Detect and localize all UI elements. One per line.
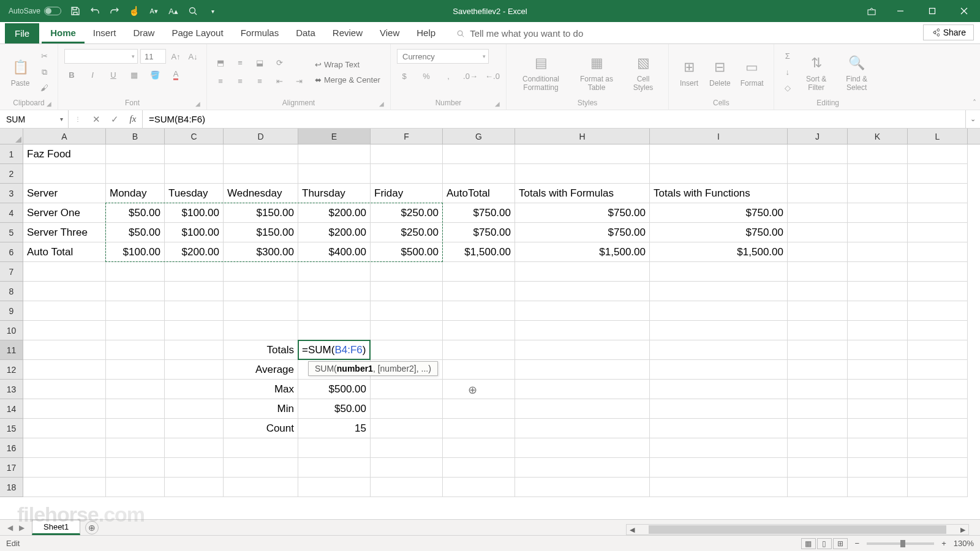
currency-icon[interactable]: $ [397, 70, 412, 82]
cell[interactable] [788, 242, 848, 262]
minimize-button[interactable] [884, 0, 916, 22]
page-break-view-icon[interactable]: ⊞ [833, 538, 848, 549]
tab-draw[interactable]: Draw [124, 23, 163, 43]
cell[interactable] [788, 438, 848, 458]
cell[interactable] [224, 144, 298, 164]
font-increase-icon[interactable]: A▴ [168, 6, 179, 17]
cell[interactable] [298, 301, 371, 321]
cell[interactable] [848, 282, 908, 301]
cell[interactable] [788, 301, 848, 321]
font-color-icon[interactable]: A [168, 69, 183, 81]
page-layout-view-icon[interactable]: ▯ [817, 538, 832, 549]
cell[interactable]: Average [224, 360, 298, 380]
align-center-icon[interactable]: ≡ [233, 75, 247, 88]
copy-icon[interactable]: ⧉ [37, 66, 51, 78]
cell[interactable] [23, 360, 106, 380]
cell[interactable] [106, 340, 165, 360]
cell[interactable] [224, 164, 298, 184]
dialog-launcher-icon[interactable]: ◢ [379, 100, 384, 107]
tab-formulas[interactable]: Formulas [232, 23, 288, 43]
cell[interactable] [908, 380, 968, 399]
cell[interactable] [371, 144, 443, 164]
cancel-button[interactable]: ✕ [87, 114, 105, 125]
cell[interactable] [650, 419, 788, 438]
cell[interactable] [298, 438, 371, 458]
cell[interactable] [788, 203, 848, 223]
cell[interactable] [224, 282, 298, 301]
tab-file[interactable]: File [5, 23, 39, 43]
insert-cells-button[interactable]: ⊞Insert [675, 56, 703, 89]
formula-input[interactable]: =SUM(B4:F6) [143, 110, 965, 128]
cell[interactable] [848, 321, 908, 340]
cell[interactable] [848, 399, 908, 419]
row-header[interactable]: 1 [0, 144, 23, 164]
cell[interactable]: Faz Food [23, 144, 106, 164]
maximize-button[interactable] [916, 0, 948, 22]
row-header[interactable]: 2 [0, 164, 23, 184]
cell[interactable] [515, 458, 650, 478]
cell[interactable] [908, 164, 968, 184]
cell[interactable] [788, 340, 848, 360]
percent-icon[interactable]: % [419, 70, 434, 82]
normal-view-icon[interactable]: ▦ [801, 538, 816, 549]
cell[interactable]: $200.00 [165, 242, 224, 262]
cell[interactable] [298, 478, 371, 497]
bold-icon[interactable]: B [64, 69, 79, 81]
cell[interactable]: $1,500.00 [443, 242, 515, 262]
cell[interactable] [788, 282, 848, 301]
cell[interactable] [224, 321, 298, 340]
cell[interactable] [848, 419, 908, 438]
column-header[interactable]: G [443, 129, 515, 144]
cell[interactable] [371, 340, 443, 360]
cell[interactable] [443, 458, 515, 478]
cell[interactable] [106, 301, 165, 321]
row-header[interactable]: 16 [0, 438, 23, 458]
cell[interactable]: $300.00 [224, 242, 298, 262]
autosum-icon[interactable]: Σ [780, 50, 795, 62]
row-header[interactable]: 7 [0, 262, 23, 282]
cell[interactable] [848, 458, 908, 478]
cell[interactable]: Auto Total [23, 242, 106, 262]
cell[interactable] [106, 321, 165, 340]
row-header[interactable]: 5 [0, 223, 23, 242]
cell[interactable] [106, 282, 165, 301]
cell[interactable] [106, 438, 165, 458]
scroll-left-icon[interactable]: ◀ [627, 526, 638, 534]
autosave-toggle[interactable]: AutoSave [9, 7, 61, 15]
sheet-tab-active[interactable]: Sheet1 [32, 520, 80, 535]
cell[interactable]: 15 [298, 419, 371, 438]
cell[interactable] [106, 380, 165, 399]
cell[interactable] [371, 399, 443, 419]
cell[interactable] [788, 144, 848, 164]
font-size-select[interactable]: 11 [140, 49, 166, 64]
orientation-icon[interactable]: ⟳ [272, 57, 287, 69]
cell[interactable] [908, 438, 968, 458]
align-right-icon[interactable]: ≡ [252, 75, 267, 88]
cell[interactable] [515, 360, 650, 380]
column-header[interactable]: F [371, 129, 443, 144]
cell[interactable] [908, 340, 968, 360]
dialog-launcher-icon[interactable]: ◢ [495, 100, 500, 107]
cell[interactable] [443, 282, 515, 301]
increase-decimal-icon[interactable]: .0→ [463, 70, 478, 82]
cell[interactable]: $400.00 [298, 242, 371, 262]
tab-help[interactable]: Help [408, 23, 444, 43]
row-header[interactable]: 6 [0, 242, 23, 262]
cell[interactable] [908, 478, 968, 497]
cell[interactable] [106, 262, 165, 282]
close-button[interactable] [948, 0, 980, 22]
cell[interactable] [165, 360, 224, 380]
cell[interactable]: $50.00 [106, 223, 165, 242]
cell[interactable] [165, 321, 224, 340]
cell[interactable] [443, 399, 515, 419]
cell[interactable] [443, 478, 515, 497]
cell[interactable] [23, 164, 106, 184]
column-headers[interactable]: ABCDEFGHIJKL [23, 129, 980, 144]
cell[interactable]: $200.00 [298, 203, 371, 223]
horizontal-scrollbar[interactable]: ◀ ▶ [626, 524, 969, 535]
expand-formula-bar-icon[interactable]: ⌄ [965, 110, 980, 128]
cell[interactable] [443, 144, 515, 164]
cell[interactable] [106, 164, 165, 184]
cell[interactable] [908, 458, 968, 478]
paste-button[interactable]: 📋 Paste [6, 56, 34, 89]
